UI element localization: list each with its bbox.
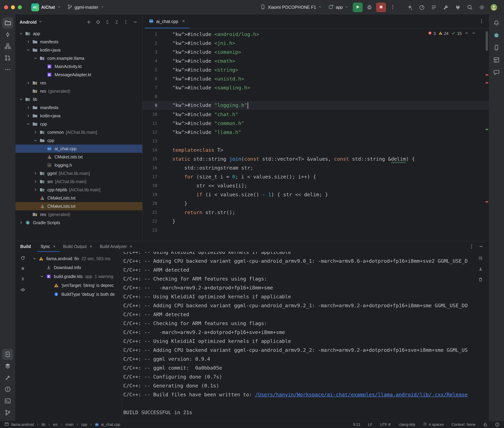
tree-item-res[interactable]: res(generated) [16,210,142,219]
editor-tab-ai-chat-cpp[interactable]: C++ ai_chat.cpp [145,15,189,28]
tree-chevron[interactable] [32,179,39,184]
inspection-profile[interactable]: .clang-tidy [398,422,415,427]
stop-button[interactable] [376,3,386,12]
inspection-errors[interactable]: 3 [428,31,436,36]
build-tab-sync[interactable]: Sync [37,241,60,252]
previous-problem-button[interactable] [464,31,469,36]
tree-item-manifests[interactable]: manifests [16,103,142,112]
tree-chevron[interactable] [25,105,32,110]
project-view-selector[interactable]: Android [19,19,37,25]
tree-chevron[interactable] [18,97,24,102]
ai-assistant-button[interactable] [404,3,416,12]
clear-all-button[interactable] [476,276,485,283]
resource-manager-button[interactable] [2,361,13,371]
line-number[interactable]: 11 [143,121,157,126]
pull-requests-button[interactable] [2,52,13,63]
structure-lines-button[interactable] [428,3,440,12]
next-problem-button[interactable] [472,31,476,36]
tree-item-src[interactable]: src[AiChat.lib.main] [16,177,142,186]
run-config-selector[interactable]: app [326,3,351,12]
error-stripe-mark[interactable] [486,82,488,83]
close-window-button[interactable] [4,5,8,9]
soft-wrap-button[interactable] [476,255,485,262]
pin-button[interactable] [18,275,27,283]
tree-chevron[interactable] [32,171,39,176]
search-button[interactable] [464,3,476,12]
notifications-button[interactable] [491,17,502,28]
status-notifications-icon[interactable] [495,422,500,427]
breadcrumb-item[interactable]: lib [42,422,45,427]
settings-button[interactable] [476,3,488,12]
tree-item-manifests[interactable]: manifests [16,38,142,46]
structure-button[interactable] [2,41,13,52]
line-number[interactable]: 8 [143,94,157,99]
tree-chevron[interactable] [31,256,38,261]
breadcrumb-item[interactable]: main [65,422,74,427]
tree-chevron[interactable] [32,138,39,143]
stop-square-button[interactable] [18,265,27,272]
line-number[interactable]: 20 [143,201,157,206]
tree-chevron[interactable] [25,40,32,44]
tree-item-com-example-llama[interactable]: com.example.llama [16,54,142,62]
commit-button[interactable] [2,29,13,40]
breadcrumb-item[interactable]: ai_chat.cpp [101,422,120,427]
build-tab-build-analyzer[interactable]: Build Analyzer [96,241,137,252]
tree-item-kotlin-java[interactable]: kotlin+java [16,46,142,54]
rerun-button[interactable] [18,254,27,262]
inspections-widget[interactable]: 3 24 15 [426,30,478,37]
scroll-to-end-button[interactable] [476,265,485,273]
line-number[interactable]: 3 [143,50,157,54]
breadcrumb-item[interactable]: src [53,422,58,427]
tree-item-ai-chat-cpp[interactable]: C++ai_chat.cpp [16,145,142,153]
tree-item-messageadapter-kt[interactable]: KMessageAdapter.kt [16,71,142,79]
file-encoding[interactable]: UTF-8 [380,422,391,427]
tree-item-common[interactable]: common[AiChat.lib.main] [16,128,142,136]
more-actions-button[interactable] [388,3,398,12]
line-number[interactable]: 17 [143,174,157,179]
terminal-button[interactable] [2,395,13,406]
minimize-window-button[interactable] [11,5,15,9]
inspection-warnings[interactable]: 24 [438,31,449,36]
line-number[interactable]: 7 [143,85,157,90]
running-devices-button[interactable] [2,349,13,360]
line-number[interactable]: 14 [143,148,157,152]
breadcrumb-item[interactable]: llama.android [11,422,34,427]
code-area[interactable]: 1"kw">#include <android/log.h>2"kw">#inc… [143,28,489,241]
tree-chevron[interactable] [32,56,39,60]
device-selector[interactable]: Xiaomi POCOPHONE F1 [258,3,324,12]
maximize-window-button[interactable] [18,5,22,9]
tree-item-cpp-httplib[interactable]: cpp-httplib[AiChat.lib.main] [16,186,142,194]
project-folder-button[interactable] [2,17,13,28]
show-exec-button[interactable] [18,286,27,294]
line-number[interactable]: 12 [143,130,157,135]
tree-item-mainactivity-kt[interactable]: KMainActivity.kt [16,62,142,71]
tree-chevron[interactable] [25,81,32,85]
change-stripe-mark[interactable] [486,129,488,130]
line-number[interactable]: 13 [143,139,157,144]
build-button[interactable] [2,372,13,383]
line-number[interactable]: 1 [143,32,157,37]
line-number[interactable]: 2 [143,41,157,46]
tree-item-gradle-scripts[interactable]: GGradle Scripts [16,219,142,227]
version-control-button[interactable] [2,407,13,418]
build-tree-item[interactable]: BuildType 'debug' is both de [30,290,122,299]
gradle-button[interactable]: G [491,30,502,41]
tree-item-ggml[interactable]: ggml[AiChat.lib.main] [16,169,142,177]
line-number[interactable]: 21 [143,210,157,215]
tree-chevron[interactable] [32,188,39,192]
line-number[interactable]: 15 [143,156,157,161]
tree-item-cmakelists-txt[interactable]: CMakeLists.txt [16,194,142,202]
build-tree-item[interactable]: Download info [30,263,122,272]
line-number[interactable]: 10 [143,112,157,117]
debug-button[interactable] [364,3,374,12]
line-separator[interactable]: LF [368,422,372,427]
editor-options-button[interactable] [477,17,486,26]
build-tree-item[interactable]: Kbuild.gradle.ktsapp1 warning [30,272,122,281]
build-tree-item[interactable]: llama.android: fin22 sec, 583 ms [30,254,122,263]
lock-icon[interactable] [483,422,487,427]
line-number[interactable]: 4 [143,58,157,63]
tree-item-res[interactable]: res(generated) [16,87,142,95]
device-manager-button[interactable] [491,42,502,53]
tree-chevron[interactable] [18,31,24,36]
hide-button[interactable] [131,18,139,26]
